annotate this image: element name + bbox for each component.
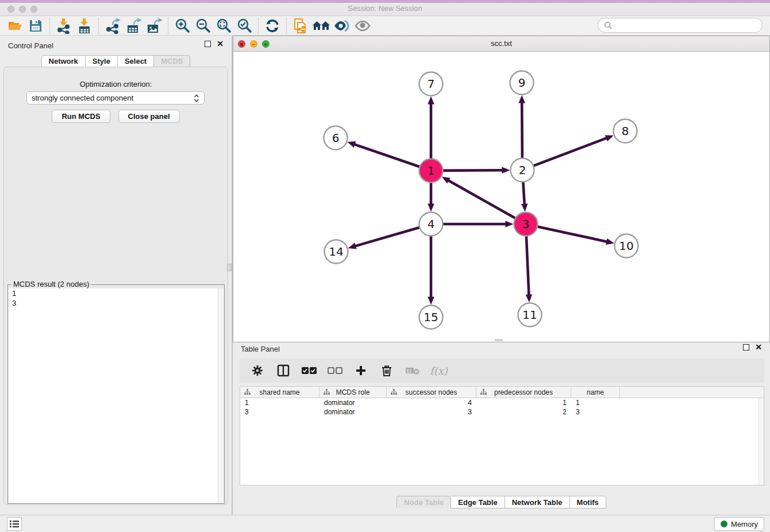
clone-network-button[interactable] — [290, 17, 311, 34]
edge-3-to-11[interactable] — [526, 234, 532, 302]
zoom-in-button[interactable] — [172, 17, 192, 34]
column-header-predecessor-nodes[interactable]: predecessor nodes — [476, 387, 571, 398]
edge-1-to-7[interactable] — [428, 97, 434, 160]
close-panel-icon[interactable]: ✕ — [217, 41, 224, 47]
tab-mcds[interactable]: MCDS — [154, 55, 190, 67]
graph-node-7[interactable]: 7 — [419, 72, 443, 96]
table-cell[interactable]: dominator — [319, 398, 387, 407]
column-header-successor-nodes[interactable]: successor nodes — [387, 387, 476, 398]
criterion-select[interactable]: strongly connected component — [26, 91, 205, 105]
add-column-button[interactable] — [352, 362, 369, 379]
tab-network[interactable]: Network — [41, 55, 86, 67]
edge-2-to-9[interactable] — [518, 95, 525, 159]
edge-4-to-15[interactable] — [428, 235, 434, 305]
tab-select[interactable]: Select — [118, 55, 154, 67]
table-settings-button[interactable] — [249, 362, 266, 379]
edge-3-to-1[interactable] — [442, 177, 517, 219]
graph-node-14[interactable]: 14 — [325, 240, 348, 264]
tab-style[interactable]: Style — [86, 55, 118, 67]
close-panel-button[interactable]: Close panel — [118, 110, 180, 123]
table-row[interactable]: 1dominator411 — [240, 398, 764, 407]
edge-4-to-3[interactable] — [442, 221, 514, 228]
export-table-button[interactable] — [123, 17, 144, 34]
table-row[interactable]: 3dominator323 — [240, 407, 764, 417]
search-field[interactable] — [598, 18, 763, 33]
table-cell[interactable]: 1 — [571, 398, 620, 407]
table-cell[interactable]: 3 — [571, 407, 620, 417]
zoom-out-button[interactable] — [192, 17, 213, 34]
select-all-button[interactable] — [301, 362, 318, 379]
mcds-result-list[interactable]: 13 — [9, 288, 224, 503]
export-image-button[interactable] — [144, 17, 164, 34]
graph-node-8[interactable]: 8 — [614, 119, 637, 143]
network-graph[interactable]: 7968124314101511 — [233, 52, 769, 342]
network-canvas[interactable]: 7968124314101511 — [233, 52, 769, 342]
graph-node-1[interactable]: 1 — [419, 159, 443, 183]
open-session-button[interactable] — [5, 17, 25, 34]
float-panel-icon[interactable] — [205, 41, 211, 47]
show-all-button[interactable] — [352, 17, 373, 34]
zoom-fit-button[interactable] — [213, 17, 234, 34]
delete-table-button[interactable] — [404, 362, 421, 379]
column-header-name[interactable]: name — [571, 387, 620, 398]
delete-column-button[interactable] — [378, 362, 395, 379]
result-scrollbar[interactable] — [218, 288, 224, 503]
graph-node-6[interactable]: 6 — [324, 126, 348, 150]
tab-node-table[interactable]: Node Table — [396, 496, 451, 508]
table-cell[interactable]: 1 — [240, 398, 319, 407]
task-history-button[interactable] — [7, 517, 22, 531]
table-cell[interactable]: 1 — [476, 398, 571, 407]
canvas-resize-handle[interactable] — [495, 339, 503, 341]
first-neighbors-button[interactable] — [311, 17, 332, 34]
table-scrollbar[interactable] — [759, 398, 764, 485]
export-network-button[interactable] — [102, 17, 123, 34]
table-cell[interactable]: 3 — [387, 407, 476, 417]
float-table-panel-icon[interactable] — [743, 344, 749, 350]
zoom-out-icon — [195, 18, 211, 33]
graph-node-15[interactable]: 15 — [419, 306, 443, 329]
criterion-value: strongly connected component — [32, 94, 133, 102]
close-table-panel-icon[interactable]: ✕ — [755, 344, 762, 350]
save-session-button[interactable] — [25, 17, 46, 34]
control-panel-tabs: NetworkStyleSelectMCDS — [0, 55, 232, 67]
edge-2-to-3[interactable] — [521, 180, 528, 211]
graph-node-2[interactable]: 2 — [511, 159, 534, 182]
table-cell[interactable]: dominator — [319, 407, 387, 417]
table-cell[interactable]: 3 — [240, 407, 319, 417]
tab-edge-table[interactable]: Edge Table — [451, 496, 505, 508]
import-network-button[interactable] — [53, 17, 74, 34]
import-table-icon — [77, 18, 92, 34]
function-builder-icon[interactable]: f(x) — [430, 365, 448, 377]
tab-network-table[interactable]: Network Table — [505, 496, 570, 508]
graph-node-9[interactable]: 9 — [510, 71, 534, 95]
memory-button[interactable]: Memory — [714, 517, 764, 531]
graph-node-3[interactable]: 3 — [514, 213, 538, 236]
split-columns-icon — [277, 364, 290, 377]
table-cell[interactable]: 4 — [387, 398, 476, 407]
panel-splitter-grip[interactable] — [227, 264, 232, 271]
edge-1-to-4[interactable] — [428, 182, 434, 212]
edge-1-to-2[interactable] — [441, 167, 510, 173]
refresh-layout-button[interactable] — [262, 17, 283, 34]
column-header-shared-name[interactable]: shared name — [240, 387, 319, 398]
table-cell[interactable]: 2 — [476, 407, 571, 417]
run-mcds-button[interactable]: Run MCDS — [52, 110, 110, 123]
deselect-all-button[interactable] — [326, 362, 344, 379]
node-table[interactable]: shared nameMCDS rolesuccessor nodesprede… — [240, 386, 764, 485]
edge-4-to-14[interactable] — [348, 227, 421, 249]
column-header-MCDS-role[interactable]: MCDS role — [319, 387, 387, 398]
search-input[interactable] — [615, 21, 756, 30]
graph-node-4[interactable]: 4 — [419, 213, 443, 236]
graph-node-11[interactable]: 11 — [518, 303, 542, 327]
hide-selected-button[interactable] — [332, 17, 352, 34]
graph-node-10[interactable]: 10 — [615, 234, 638, 258]
zoom-selected-button[interactable] — [234, 17, 255, 34]
edge-1-to-6[interactable] — [347, 141, 421, 167]
tab-motifs[interactable]: Motifs — [570, 496, 606, 508]
network-window-titlebar[interactable]: ✕ − + scc.txt — [233, 36, 769, 52]
edge-3-to-10[interactable] — [536, 226, 614, 245]
import-table-button[interactable] — [74, 17, 95, 34]
edge-2-to-8[interactable] — [532, 135, 614, 166]
open-session-icon — [7, 19, 23, 33]
show-columns-button[interactable] — [275, 362, 292, 379]
